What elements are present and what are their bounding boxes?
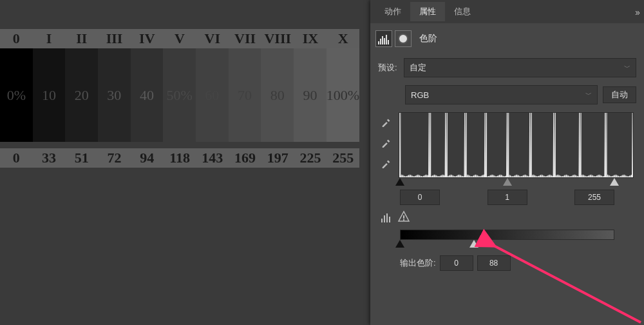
swatch-cell: 20 <box>65 48 98 142</box>
swatch-header: II <box>65 29 98 48</box>
output-label: 输出色阶: <box>400 257 436 269</box>
output-levels-row: 输出色阶: <box>370 249 644 277</box>
histogram-small-icon <box>381 210 393 223</box>
swatch-value: 0 <box>0 148 33 168</box>
svg-rect-5 <box>388 40 389 44</box>
svg-rect-6 <box>381 219 383 222</box>
svg-rect-8 <box>386 213 388 222</box>
highlight-slider[interactable] <box>610 178 619 186</box>
preset-row: 预设: 自定 ﹀ <box>370 54 644 81</box>
adjustment-title: 色阶 <box>419 33 437 44</box>
midtone-slider[interactable] <box>503 178 512 186</box>
shadow-input[interactable] <box>400 190 440 205</box>
tab-info[interactable]: 信息 <box>445 2 480 21</box>
input-levels-row <box>370 187 644 208</box>
tab-actions[interactable]: 动作 <box>375 2 410 21</box>
clip-warning-row <box>370 208 644 226</box>
swatch-cell: 50% <box>163 48 196 142</box>
swatch-value: 33 <box>33 148 66 168</box>
swatch-value: 143 <box>196 148 229 168</box>
levels-icon <box>375 30 392 47</box>
svg-rect-0 <box>378 41 379 44</box>
swatch-header: IX <box>294 29 327 48</box>
preset-value: 自定 <box>410 62 426 74</box>
svg-rect-2 <box>382 36 383 44</box>
swatch-header: 0 <box>0 29 33 48</box>
eyedropper-black-icon[interactable] <box>381 116 392 128</box>
swatch-value: 118 <box>164 148 196 168</box>
svg-rect-1 <box>380 39 381 44</box>
svg-rect-9 <box>389 217 390 222</box>
swatch-cell: 90 <box>294 48 327 142</box>
histogram-area <box>381 112 634 178</box>
swatch-header: I <box>33 29 66 48</box>
swatch-cell: 30 <box>98 48 131 142</box>
eyedropper-white-icon[interactable] <box>381 157 392 169</box>
panel-tabbar: 动作 属性 信息 ›› <box>370 0 644 23</box>
warning-icon <box>397 210 410 223</box>
swatch-value: 225 <box>294 148 327 168</box>
svg-rect-7 <box>384 215 385 222</box>
swatch-value: 197 <box>261 148 294 168</box>
chevron-down-icon: ﹀ <box>585 90 592 99</box>
gamma-input[interactable] <box>488 190 527 205</box>
swatch-cell: 70 <box>229 48 261 142</box>
swatch-value: 169 <box>229 148 261 168</box>
svg-rect-11 <box>403 219 404 221</box>
swatch-header: VI <box>196 29 229 48</box>
output-high-input[interactable] <box>477 255 511 271</box>
svg-rect-10 <box>403 215 404 219</box>
swatch-value: 72 <box>98 148 131 168</box>
channel-value: RGB <box>411 90 429 100</box>
input-slider-track[interactable] <box>400 178 614 187</box>
svg-rect-4 <box>386 35 387 44</box>
swatch-header: VII <box>229 29 261 48</box>
swatch-header: V <box>164 29 196 48</box>
panel-collapse-icon[interactable]: ›› <box>635 6 639 17</box>
swatch-cell: 60 <box>196 48 229 142</box>
swatch-header: IV <box>131 29 164 48</box>
swatch-grid: 0IIIIIIIVVVIVIIVIIIIXX 0%1020304050%6070… <box>0 29 359 168</box>
auto-button[interactable]: 自动 <box>603 86 636 103</box>
swatch-header: X <box>327 29 359 48</box>
swatch-cell: 10 <box>33 48 66 142</box>
output-high-slider[interactable] <box>469 240 478 248</box>
swatch-header: III <box>98 29 131 48</box>
output-gradient-wrap <box>400 230 614 249</box>
layer-mask-icon <box>395 30 412 47</box>
svg-rect-3 <box>384 38 385 44</box>
canvas-area: 0IIIIIIIVVVIVIIVIIIIXX 0%1020304050%6070… <box>0 0 370 325</box>
output-gradient[interactable] <box>400 230 614 240</box>
swatch-cell: 100% <box>327 48 359 142</box>
swatch-cell: 80 <box>261 48 294 142</box>
swatch-value: 51 <box>65 148 98 168</box>
output-low-input[interactable] <box>440 255 473 271</box>
channel-row: RGB ﹀ 自动 <box>370 81 644 108</box>
highlight-input[interactable] <box>574 190 614 205</box>
properties-panel: 动作 属性 信息 ›› 色阶 预设: 自定 ﹀ RGB ﹀ 自动 <box>370 0 644 325</box>
swatch-cell: 40 <box>131 48 164 142</box>
swatch-cell: 0% <box>0 48 33 142</box>
swatch-value: 255 <box>327 148 359 168</box>
tab-properties[interactable]: 属性 <box>410 2 445 21</box>
shadow-slider[interactable] <box>395 178 404 186</box>
eyedropper-gray-icon[interactable] <box>381 137 392 148</box>
eyedropper-column <box>381 116 392 178</box>
adjustment-title-row: 色阶 <box>370 23 644 54</box>
swatch-value: 94 <box>131 148 164 168</box>
output-low-slider[interactable] <box>395 240 404 248</box>
preset-select[interactable]: 自定 ﹀ <box>404 58 636 77</box>
channel-select[interactable]: RGB ﹀ <box>405 85 598 104</box>
histogram[interactable] <box>399 112 634 178</box>
swatch-header: VIII <box>261 29 294 48</box>
preset-label: 预设: <box>378 62 404 74</box>
chevron-down-icon: ﹀ <box>624 63 630 72</box>
